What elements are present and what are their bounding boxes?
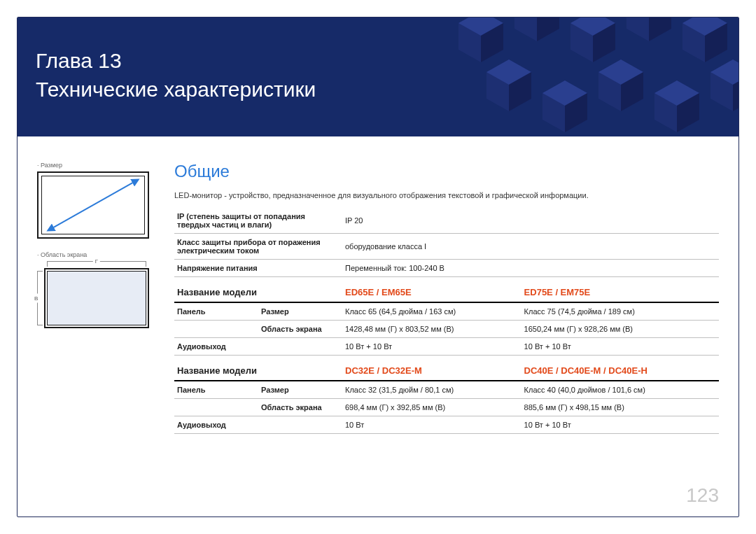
spec-table: IP (степень защиты от попадания твердых … (174, 208, 719, 434)
table-row: Класс защиты прибора от поражения электр… (174, 234, 719, 260)
audio-label: Аудиовыход (174, 416, 342, 434)
spec-value: Класс 32 (31,5 дюйм / 80,1 см) (342, 381, 522, 399)
spec-value: Переменный ток: 100-240 В (342, 260, 719, 277)
panel-label: Панель (174, 381, 258, 399)
spec-label: IP (степень защиты от попадания твердых … (174, 208, 342, 234)
table-row: Напряжение питания Переменный ток: 100-2… (174, 260, 719, 277)
model-header-row: Название модели ED65E / EM65E ED75E / EM… (174, 277, 719, 303)
content-area: Размер Область экрана (18, 136, 738, 517)
area-diagram-label: Область экрана (37, 251, 170, 258)
sidebar: Размер Область экрана (37, 162, 170, 517)
table-row: Аудиовыход 10 Вт 10 Вт + 10 Вт (174, 416, 719, 434)
chapter-title: Глава 13 Технические характеристики (36, 47, 316, 104)
spec-value: 10 Вт + 10 Вт (342, 338, 522, 356)
table-row: Панель Размер Класс 65 (64,5 дюйма / 163… (174, 302, 719, 321)
area-label: Область экрана (258, 321, 342, 338)
svg-marker-11 (649, 17, 671, 41)
diagonal-arrow-icon (43, 177, 144, 233)
svg-line-30 (50, 181, 136, 229)
spec-value: 1428,48 мм (Г) x 803,52 мм (В) (342, 321, 522, 338)
spec-value: 10 Вт + 10 Вт (522, 416, 719, 434)
model-name: ED65E / EM65E (342, 277, 522, 303)
svg-marker-5 (537, 17, 559, 41)
spec-value: 698,4 мм (Г) x 392,85 мм (В) (342, 399, 522, 416)
width-letter: Г (93, 258, 100, 265)
chapter-number: Глава 13 (36, 47, 316, 76)
intro-text: LED-монитор - устройство, предназначенно… (174, 191, 719, 199)
spec-label: Класс защиты прибора от поражения электр… (174, 234, 342, 260)
spec-value: 10 Вт + 10 Вт (522, 338, 719, 356)
page-frame: Глава 13 Технические характеристики Разм… (17, 17, 739, 517)
table-row: IP (степень защиты от попадания твердых … (174, 208, 719, 234)
model-header-row: Название модели DC32E / DC32E-M DC40E / … (174, 356, 719, 381)
table-row: Панель Размер Класс 32 (31,5 дюйм / 80,1… (174, 381, 719, 399)
panel-label: Панель (174, 302, 258, 321)
spec-value: оборудование класса I (342, 234, 719, 260)
spec-value: Класс 75 (74,5 дюйма / 189 см) (522, 302, 719, 321)
spec-value: Класс 65 (64,5 дюйма / 163 см) (342, 302, 522, 321)
model-name-label: Название модели (174, 356, 342, 381)
cube-pattern (430, 17, 738, 136)
spec-label: Напряжение питания (174, 260, 342, 277)
spec-value: 10 Вт (342, 416, 522, 434)
model-name: ED75E / EM75E (522, 277, 719, 303)
spec-value: Класс 40 (40,0 дюймов / 101,6 см) (522, 381, 719, 399)
spec-value: 885,6 мм (Г) x 498,15 мм (В) (522, 399, 719, 416)
model-name-label: Название модели (174, 277, 342, 303)
area-label: Область экрана (258, 399, 342, 416)
chapter-banner: Глава 13 Технические характеристики (18, 17, 738, 136)
main-column: Общие LED-монитор - устройство, предназн… (170, 162, 719, 517)
table-row: Область экрана 1428,48 мм (Г) x 803,52 м… (174, 321, 719, 338)
page-number: 123 (686, 484, 719, 507)
spec-value: IP 20 (342, 208, 719, 234)
model-name: DC32E / DC32E-M (342, 356, 522, 381)
chapter-name: Технические характеристики (36, 76, 316, 104)
height-letter: В (34, 294, 38, 303)
area-diagram: Г В (37, 261, 149, 328)
size-diagram (37, 171, 149, 239)
audio-label: Аудиовыход (174, 338, 342, 356)
model-name: DC40E / DC40E-M / DC40E-H (522, 356, 719, 381)
table-row: Область экрана 698,4 мм (Г) x 392,85 мм … (174, 399, 719, 416)
spec-value: 1650,24 мм (Г) x 928,26 мм (В) (522, 321, 719, 338)
size-diagram-label: Размер (37, 162, 170, 169)
table-row: Аудиовыход 10 Вт + 10 Вт 10 Вт + 10 Вт (174, 338, 719, 356)
size-label: Размер (258, 381, 342, 399)
size-label: Размер (258, 302, 342, 321)
section-heading: Общие (174, 162, 719, 181)
